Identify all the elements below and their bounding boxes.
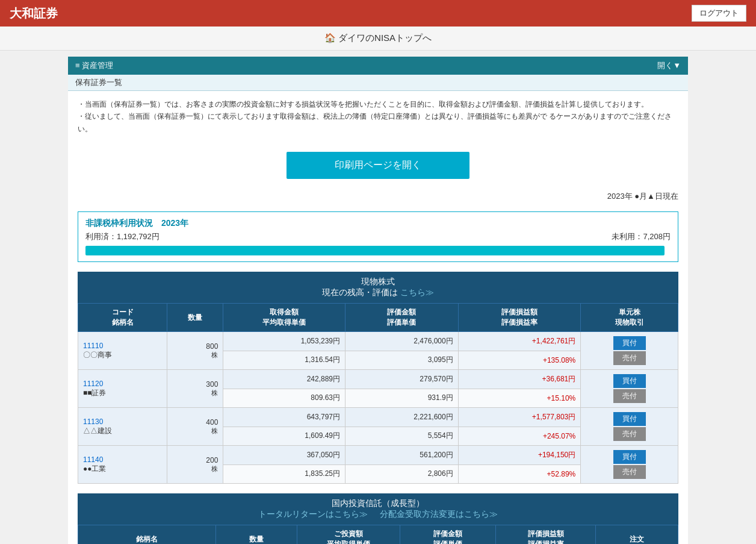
stock-acq-amount: 1,053,239円 xyxy=(223,332,345,351)
nisa-nav-bar: 🏠 ダイワのNISAトップへ xyxy=(0,27,756,51)
stock-actions: 買付 売付 xyxy=(581,408,678,446)
stock-code: 11130 xyxy=(83,417,103,426)
stock-code-name: 11120 ■■証券 xyxy=(78,370,167,408)
col-quantity: 数量 xyxy=(167,304,223,332)
print-button[interactable]: 印刷用ページを開く xyxy=(287,152,469,179)
stock-code: 11120 xyxy=(83,380,103,388)
nisa-top-link[interactable]: 🏠 ダイワのNISAトップへ xyxy=(324,33,432,43)
nisa-unused-label: 未利用：7,208円 xyxy=(612,231,671,242)
nisa-nav-label: ダイワのNISAトップへ xyxy=(338,33,432,43)
logout-button[interactable]: ログアウト xyxy=(692,5,746,22)
fund-total-return-link[interactable]: トータルリターンはこちら≫ xyxy=(258,509,368,519)
stock-code: 11140 xyxy=(83,455,103,464)
fund-col-valuation: 評価金額評価単価 xyxy=(400,525,496,544)
sell-button[interactable]: 売付 xyxy=(613,427,646,441)
table-row: 11110 〇〇商事 800株 1,053,239円 2,476,000円 +1… xyxy=(78,332,678,351)
stock-gain-amount: +194,150円 xyxy=(458,446,581,465)
buy-button[interactable]: 買付 xyxy=(613,450,646,464)
main-content: ≡ 資産管理 開く▼ 保有証券一覧 ・当画面（保有証券一覧）では、お客さまの実際… xyxy=(68,57,688,544)
stock-name: ■■証券 xyxy=(83,389,107,397)
fund-table-title: 国内投資信託（成長型） xyxy=(82,498,674,509)
stock-code-name: 11110 〇〇商事 xyxy=(78,332,167,370)
nisa-usage-title: 非課税枠利用状況 2023年 xyxy=(85,218,671,229)
stock-acq-unit: 1,609.49円 xyxy=(223,427,345,446)
buy-button[interactable]: 買付 xyxy=(613,374,646,388)
nisa-usage-row: 利用済：1,192,792円 未利用：7,208円 xyxy=(85,231,671,242)
stock-code-name: 11140 ●●工業 xyxy=(78,446,167,484)
nisa-usage-box: 非課税枠利用状況 2023年 利用済：1,192,792円 未利用：7,208円 xyxy=(78,211,678,262)
stock-gain-amount: +1,577,803円 xyxy=(458,408,581,427)
stock-gain-rate: +135.08% xyxy=(458,351,581,370)
stock-gain-rate: +15.10% xyxy=(458,389,581,408)
fund-col-name: 銘柄名 xyxy=(78,525,216,544)
stock-quantity: 300株 xyxy=(167,370,223,408)
stock-val-unit: 3,095円 xyxy=(345,351,459,370)
section-toggle[interactable]: 開く▼ xyxy=(657,60,681,71)
stock-acq-unit: 1,316.54円 xyxy=(223,351,345,370)
section-header-asset: ≡ 資産管理 開く▼ xyxy=(68,57,688,75)
stock-val-amount: 561,200円 xyxy=(345,446,459,465)
section-title-asset: ≡ 資産管理 xyxy=(75,60,113,71)
stock-table-section: 現物株式 現在の残高・評価は こちら≫ コード銘柄名 数量 取得金額平均取得単価… xyxy=(78,272,678,484)
sell-button[interactable]: 売付 xyxy=(613,351,646,365)
fund-col-quantity: 数量 xyxy=(215,525,297,544)
stock-acq-unit: 1,835.25円 xyxy=(223,464,345,484)
table-row: 11130 △△建設 400株 643,797円 2,221,600円 +1,5… xyxy=(78,408,678,427)
stock-table-subtitle: 現在の残高・評価は こちら≫ xyxy=(82,287,674,298)
fund-table-section: 国内投資信託（成長型） トータルリターンはこちら≫ 分配金受取方法変更はこちら≫… xyxy=(78,493,678,544)
col-code-name: コード銘柄名 xyxy=(78,304,167,332)
section-sub-title: 保有証券一覧 xyxy=(75,78,122,87)
stock-name: 〇〇商事 xyxy=(83,351,112,359)
date-display: 2023年 ●月▲日現在 xyxy=(68,189,688,204)
table-row: 11120 ■■証券 300株 242,889円 279,570円 +36,68… xyxy=(78,370,678,389)
stock-table-link[interactable]: こちら≫ xyxy=(400,287,434,297)
stock-acq-amount: 643,797円 xyxy=(223,408,345,427)
stock-val-amount: 2,476,000円 xyxy=(345,332,459,351)
stock-name: △△建設 xyxy=(83,427,112,435)
stock-table: コード銘柄名 数量 取得金額平均取得単価 評価金額評価単価 評価損益額評価損益率… xyxy=(78,303,678,484)
stock-acq-amount: 242,889円 xyxy=(223,370,345,389)
home-icon: 🏠 xyxy=(324,33,336,43)
stock-acq-unit: 809.63円 xyxy=(223,389,345,408)
stock-acq-amount: 367,050円 xyxy=(223,446,345,465)
col-valuation: 評価金額評価単価 xyxy=(345,304,459,332)
print-section: 印刷用ページを開く xyxy=(68,142,688,189)
stock-gain-rate: +52.89% xyxy=(458,464,581,484)
fund-distribution-link[interactable]: 分配金受取方法変更はこちら≫ xyxy=(380,509,498,519)
stock-table-subtitle-prefix: 現在の残高・評価は xyxy=(322,287,398,297)
site-title: 大和証券 xyxy=(10,5,58,22)
sell-button[interactable]: 売付 xyxy=(613,465,646,479)
section-sub-asset: 保有証券一覧 xyxy=(68,75,688,91)
stock-val-amount: 279,570円 xyxy=(345,370,459,389)
fund-col-gain-loss: 評価損益額評価損益率 xyxy=(495,525,595,544)
stock-quantity: 200株 xyxy=(167,446,223,484)
col-acquisition: 取得金額平均取得単価 xyxy=(223,304,345,332)
info-line2: ・従いまして、当画面（保有証券一覧）にて表示しております取得金額は、税法上の簿価… xyxy=(78,110,678,135)
stock-val-unit: 5,554円 xyxy=(345,427,459,446)
stock-quantity: 400株 xyxy=(167,408,223,446)
table-row: 11140 ●●工業 200株 367,050円 561,200円 +194,1… xyxy=(78,446,678,465)
sell-button[interactable]: 売付 xyxy=(613,389,646,403)
stock-quantity: 800株 xyxy=(167,332,223,370)
fund-col-investment: ご投資額平均取得単価 xyxy=(297,525,400,544)
stock-actions: 買付 売付 xyxy=(581,370,678,408)
stock-val-unit: 931.9円 xyxy=(345,389,459,408)
col-gain-loss: 評価損益額評価損益率 xyxy=(458,304,581,332)
fund-table-header: 国内投資信託（成長型） トータルリターンはこちら≫ 分配金受取方法変更はこちら≫ xyxy=(78,493,678,525)
fund-table-subtitle: トータルリターンはこちら≫ 分配金受取方法変更はこちら≫ xyxy=(82,509,674,520)
stock-name: ●●工業 xyxy=(83,464,107,473)
stock-val-amount: 2,221,600円 xyxy=(345,408,459,427)
fund-table: 銘柄名 数量 ご投資額平均取得単価 評価金額評価単価 評価損益額評価損益率 注文… xyxy=(78,525,678,544)
buy-button[interactable]: 買付 xyxy=(613,336,646,350)
info-box: ・当画面（保有証券一覧）では、お客さまの実際の投資金額に対する損益状況等を把握い… xyxy=(68,91,688,142)
nisa-used-label: 利用済：1,192,792円 xyxy=(85,231,160,242)
stock-gain-rate: +245.07% xyxy=(458,427,581,446)
info-line1: ・当画面（保有証券一覧）では、お客さまの実際の投資金額に対する損益状況等を把握い… xyxy=(78,98,678,110)
nisa-progress-bar xyxy=(85,246,665,255)
stock-actions: 買付 売付 xyxy=(581,446,678,484)
stock-val-unit: 2,806円 xyxy=(345,464,459,484)
stock-gain-amount: +36,681円 xyxy=(458,370,581,389)
buy-button[interactable]: 買付 xyxy=(613,412,646,426)
stock-code-name: 11130 △△建設 xyxy=(78,408,167,446)
fund-col-order: 注文 xyxy=(596,525,678,544)
